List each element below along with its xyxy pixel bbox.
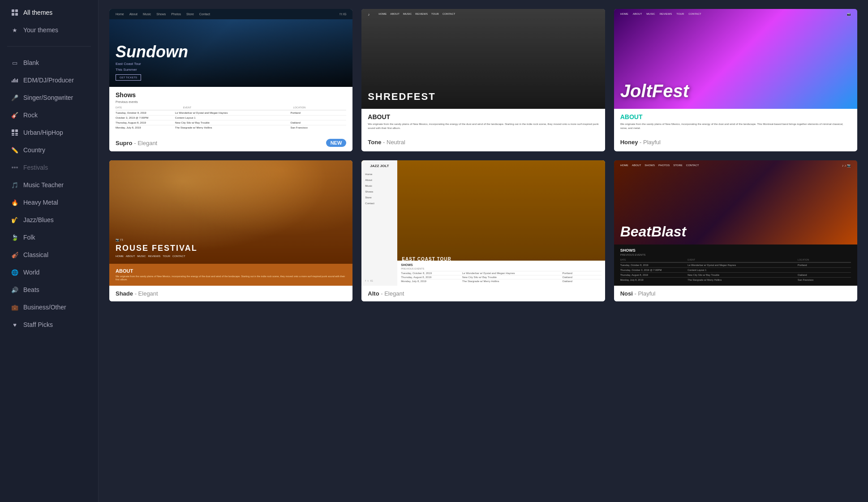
- leaf-icon: 🍃: [11, 233, 19, 241]
- supro-hero-sub1: East Coast Tour: [116, 62, 346, 66]
- alto-main: EAST COAST TOUR This Summer GET TICKETS …: [397, 160, 605, 286]
- speaker-icon: 🔊: [11, 286, 19, 294]
- honey-footer: Honey - Playful: [614, 134, 857, 150]
- nosi-hero-title: BeatBlast: [620, 223, 687, 240]
- briefcase-icon: 💼: [11, 303, 19, 311]
- honey-about-title: ABOUT: [620, 113, 851, 120]
- theme-card-alto[interactable]: JAZZ JOLT Home About Music Shows Store C…: [361, 160, 605, 301]
- tone-about: ABOUT We originate from the sandy plains…: [361, 109, 605, 134]
- alto-menu-shows: Shows: [365, 189, 394, 194]
- sidebar-item-your-themes[interactable]: ★ Your themes: [3, 21, 95, 39]
- sidebar-item-label: Folk: [23, 234, 35, 241]
- nosi-nav: HOMEABOUTSHOWSPHOTOSSTORECONTACT ♪ ♪ 📷: [614, 160, 857, 171]
- sidebar-item-label: World: [23, 269, 39, 276]
- supro-shows-title: Shows: [116, 91, 346, 99]
- supro-shows: Shows Previous events DATEEVENTLOCATION …: [109, 87, 352, 134]
- sidebar-item-heavy-metal[interactable]: 🔥 Heavy Metal: [3, 194, 95, 211]
- sidebar-item-singer[interactable]: 🎤 Singer/Songwriter: [3, 89, 95, 106]
- theme-card-supro[interactable]: HomeAboutMusicShowsPhotosStoreContact f …: [109, 9, 352, 151]
- svg-point-17: [16, 167, 18, 168]
- supro-hero-title: Sundown: [116, 44, 346, 60]
- nosi-shows: SHOWS PREVIOUS EVENTS DATEEVENTLOCATION …: [614, 245, 857, 286]
- cube-icon: [11, 129, 19, 137]
- alto-style: - Elegant: [381, 290, 404, 297]
- square-icon: ▭: [11, 59, 19, 67]
- nosi-row-3: Thursday, August 8, 2019 New City Silo w…: [620, 272, 851, 277]
- sidebar-item-label: Classical: [23, 251, 48, 258]
- guitar-icon: 🎸: [11, 111, 19, 119]
- nosi-preview: HOMEABOUTSHOWSPHOTOSSTORECONTACT ♪ ♪ 📷 B…: [614, 160, 857, 286]
- alto-menu-contact: Contact: [365, 201, 394, 206]
- tone-about-title: ABOUT: [368, 113, 598, 120]
- svg-rect-9: [12, 129, 14, 132]
- star-icon: ★: [11, 26, 19, 34]
- sidebar-item-edm[interactable]: EDM/DJ/Producer: [3, 72, 95, 89]
- nosi-row-4: Monday, July 8, 2019 The Stargrade w/ Me…: [620, 277, 851, 282]
- heart-icon: ♥: [11, 321, 19, 329]
- grid-sm-icon: [11, 163, 19, 172]
- shade-nav: HOME ABOUT MUSIC REVIEWS TOUR CONTACT: [116, 255, 198, 257]
- sidebar-item-world[interactable]: 🌐 World: [3, 264, 95, 281]
- sidebar-item-label: Jazz/Blues: [23, 216, 54, 223]
- theme-card-honey[interactable]: HOMEABOUTMUSICREVIEWSTOURCONTACT 📷 JoltF…: [614, 9, 857, 151]
- nosi-hero: HOMEABOUTSHOWSPHOTOSSTORECONTACT ♪ ♪ 📷 B…: [614, 160, 857, 245]
- sidebar-item-classical[interactable]: 🎻 Classical: [3, 246, 95, 263]
- nosi-row-2: Thursday, October 3, 2019 @ 7:00PM Conte…: [620, 267, 851, 272]
- svg-rect-7: [16, 80, 17, 82]
- tone-footer: Tone - Neutral: [361, 134, 605, 150]
- supro-shows-label: Previous events: [116, 100, 346, 103]
- alto-layout: JAZZ JOLT Home About Music Shows Store C…: [361, 160, 605, 286]
- alto-shows-row-2: Thursday, August 8, 2019 New City Silo w…: [401, 275, 601, 279]
- theme-card-tone[interactable]: ♪ HOMEABOUTMUSICREVIEWSTOURCONTACT SHRED…: [361, 9, 605, 151]
- sidebar-item-label: Blank: [23, 59, 39, 66]
- sidebar-item-rock[interactable]: 🎸 Rock: [3, 107, 95, 124]
- svg-rect-12: [15, 133, 18, 134]
- sidebar-item-label: Rock: [23, 112, 38, 119]
- alto-menu-about: About: [365, 178, 394, 182]
- theme-card-nosi[interactable]: HOMEABOUTSHOWSPHOTOSSTORECONTACT ♪ ♪ 📷 B…: [614, 160, 857, 301]
- sidebar-item-label: Singer/Songwriter: [23, 94, 73, 101]
- sidebar-item-jazz[interactable]: 🎷 Jazz/Blues: [3, 211, 95, 228]
- sidebar-item-all-themes[interactable]: All themes: [3, 4, 95, 21]
- shade-about: ABOUT We originate from the sandy plains…: [109, 264, 352, 286]
- alto-name: Alto - Elegant: [368, 290, 404, 297]
- sidebar-item-label: Business/Other: [23, 304, 66, 311]
- sidebar-item-music-teacher[interactable]: 🎵 Music Teacher: [3, 176, 95, 193]
- honey-about-text: We originate from the sandy plains of Ne…: [620, 122, 851, 130]
- sidebar-item-label: Beats: [23, 286, 39, 293]
- supro-style: - Elegant: [134, 140, 157, 146]
- alto-preview: JAZZ JOLT Home About Music Shows Store C…: [361, 160, 605, 286]
- sidebar-item-business[interactable]: 💼 Business/Other: [3, 299, 95, 316]
- alto-menu-music: Music: [365, 184, 394, 188]
- honey-hero-title: JoltFest: [620, 82, 689, 100]
- svg-rect-2: [12, 13, 14, 16]
- sidebar-item-urban[interactable]: Urban/HipHop: [3, 124, 95, 141]
- shade-name: Shade - Elegant: [116, 290, 158, 297]
- sidebar-item-label: Country: [23, 146, 45, 154]
- supro-name: Supro - Elegant: [116, 140, 157, 146]
- supro-hero-btn: GET TICKETS: [116, 74, 141, 81]
- shade-social: 📷 f t: [116, 238, 198, 242]
- nosi-name: Nosi - Playful: [620, 290, 656, 297]
- sidebar-item-blank[interactable]: ▭ Blank: [3, 54, 95, 71]
- shows-row-4: Monday, July 8, 2019 The Stargrade w/ Me…: [116, 125, 346, 130]
- sidebar-item-beats[interactable]: 🔊 Beats: [3, 281, 95, 298]
- tone-style: - Neutral: [383, 139, 405, 146]
- tone-hero-title: SHREDFEST: [368, 91, 435, 103]
- shade-preview: 📷 f t ROUSE FESTIVAL HOME ABOUT MUSIC RE…: [109, 160, 352, 286]
- alto-sidebar-left: JAZZ JOLT Home About Music Shows Store C…: [361, 160, 397, 286]
- shade-about-text: We originate from the sandy plains of Ne…: [116, 275, 346, 281]
- sidebar-item-staff-picks[interactable]: ♥ Staff Picks: [3, 316, 95, 333]
- sidebar-item-festivals[interactable]: Festivals: [3, 159, 95, 176]
- shade-title: ROUSE FESTIVAL: [116, 244, 198, 253]
- grid-icon: [11, 9, 19, 17]
- shade-footer: Shade - Elegant: [109, 286, 352, 301]
- sidebar-item-folk[interactable]: 🍃 Folk: [3, 229, 95, 246]
- supro-hero: Sundown East Coast Tour This Summer GET …: [109, 19, 352, 87]
- theme-card-shade[interactable]: 📷 f t ROUSE FESTIVAL HOME ABOUT MUSIC RE…: [109, 160, 352, 301]
- alto-shows-row-3: Monday, July 8, 2019 The Stargrade w/ Me…: [401, 279, 601, 283]
- svg-rect-13: [12, 135, 14, 136]
- honey-style: - Playful: [640, 139, 661, 146]
- sidebar-item-country[interactable]: ✏️ Country: [3, 142, 95, 159]
- main-content: HomeAboutMusicShowsPhotosStoreContact f …: [99, 0, 868, 502]
